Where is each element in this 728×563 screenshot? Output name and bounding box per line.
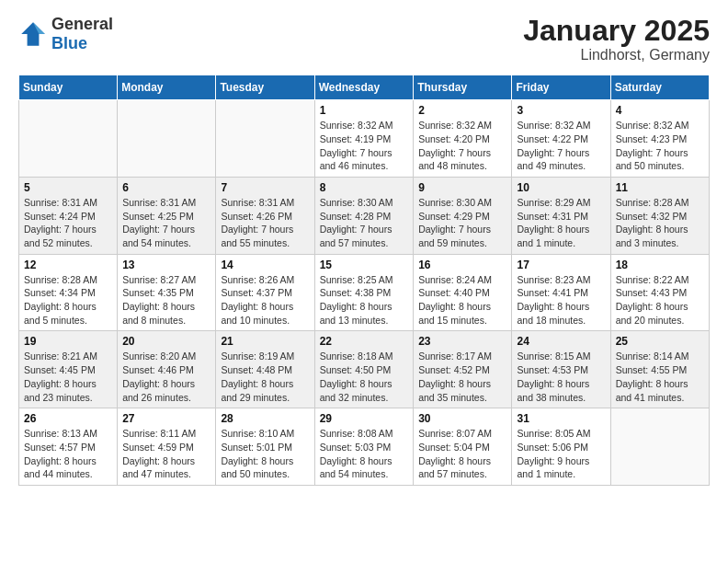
day-info: Sunrise: 8:26 AM Sunset: 4:37 PM Dayligh… <box>221 273 309 327</box>
day-number: 14 <box>221 259 309 271</box>
day-number: 29 <box>320 412 409 425</box>
logo: General Blue <box>18 15 113 53</box>
day-info: Sunrise: 8:18 AM Sunset: 4:50 PM Dayligh… <box>320 350 409 404</box>
day-number: 30 <box>418 412 506 425</box>
day-info: Sunrise: 8:11 AM Sunset: 4:59 PM Dayligh… <box>122 427 210 481</box>
day-cell: 11Sunrise: 8:28 AM Sunset: 4:32 PM Dayli… <box>610 177 709 254</box>
day-number: 27 <box>122 412 210 425</box>
header-friday: Friday <box>512 75 610 100</box>
day-cell: 12Sunrise: 8:28 AM Sunset: 4:34 PM Dayli… <box>19 254 118 331</box>
header-monday: Monday <box>118 75 216 100</box>
week-row-1: 5Sunrise: 8:31 AM Sunset: 4:24 PM Daylig… <box>19 177 710 254</box>
logo-text-general: General <box>51 15 113 33</box>
day-info: Sunrise: 8:31 AM Sunset: 4:25 PM Dayligh… <box>122 196 210 250</box>
day-cell: 7Sunrise: 8:31 AM Sunset: 4:26 PM Daylig… <box>216 177 314 254</box>
day-info: Sunrise: 8:31 AM Sunset: 4:26 PM Dayligh… <box>221 196 309 250</box>
day-cell: 1Sunrise: 8:32 AM Sunset: 4:19 PM Daylig… <box>314 100 414 178</box>
day-cell: 18Sunrise: 8:22 AM Sunset: 4:43 PM Dayli… <box>610 254 709 331</box>
day-cell: 14Sunrise: 8:26 AM Sunset: 4:37 PM Dayli… <box>216 254 314 331</box>
week-row-2: 12Sunrise: 8:28 AM Sunset: 4:34 PM Dayli… <box>19 254 710 331</box>
day-number: 2 <box>418 104 506 117</box>
day-number: 26 <box>24 412 112 425</box>
day-info: Sunrise: 8:15 AM Sunset: 4:53 PM Dayligh… <box>517 350 605 404</box>
day-cell: 8Sunrise: 8:30 AM Sunset: 4:28 PM Daylig… <box>314 177 414 254</box>
day-info: Sunrise: 8:30 AM Sunset: 4:29 PM Dayligh… <box>418 196 506 250</box>
day-number: 5 <box>24 181 112 194</box>
day-cell: 17Sunrise: 8:23 AM Sunset: 4:41 PM Dayli… <box>512 254 610 331</box>
day-number: 9 <box>418 181 506 194</box>
day-cell: 24Sunrise: 8:15 AM Sunset: 4:53 PM Dayli… <box>512 331 610 408</box>
title-block: January 2025 Lindhorst, Germany <box>523 15 710 63</box>
day-number: 21 <box>221 335 309 348</box>
day-cell: 20Sunrise: 8:20 AM Sunset: 4:46 PM Dayli… <box>118 331 216 408</box>
calendar: SundayMondayTuesdayWednesdayThursdayFrid… <box>18 75 710 486</box>
day-number: 31 <box>517 412 605 425</box>
day-cell: 5Sunrise: 8:31 AM Sunset: 4:24 PM Daylig… <box>19 177 118 254</box>
day-cell: 9Sunrise: 8:30 AM Sunset: 4:29 PM Daylig… <box>414 177 512 254</box>
day-number: 18 <box>616 259 704 271</box>
day-info: Sunrise: 8:05 AM Sunset: 5:06 PM Dayligh… <box>517 427 605 481</box>
day-info: Sunrise: 8:31 AM Sunset: 4:24 PM Dayligh… <box>24 196 112 250</box>
day-number: 8 <box>320 181 409 194</box>
day-info: Sunrise: 8:14 AM Sunset: 4:55 PM Dayligh… <box>616 350 704 404</box>
day-cell: 6Sunrise: 8:31 AM Sunset: 4:25 PM Daylig… <box>118 177 216 254</box>
day-info: Sunrise: 8:21 AM Sunset: 4:45 PM Dayligh… <box>24 350 112 404</box>
day-number: 28 <box>221 412 309 425</box>
day-cell: 29Sunrise: 8:08 AM Sunset: 5:03 PM Dayli… <box>314 408 414 486</box>
day-cell: 25Sunrise: 8:14 AM Sunset: 4:55 PM Dayli… <box>610 331 709 408</box>
day-info: Sunrise: 8:07 AM Sunset: 5:04 PM Dayligh… <box>418 427 506 481</box>
calendar-body: 1Sunrise: 8:32 AM Sunset: 4:19 PM Daylig… <box>19 100 710 486</box>
day-cell <box>610 408 709 486</box>
day-cell: 19Sunrise: 8:21 AM Sunset: 4:45 PM Dayli… <box>19 331 118 408</box>
day-cell <box>216 100 314 178</box>
day-number: 4 <box>616 104 704 117</box>
calendar-header-row: SundayMondayTuesdayWednesdayThursdayFrid… <box>19 75 710 100</box>
day-cell: 10Sunrise: 8:29 AM Sunset: 4:31 PM Dayli… <box>512 177 610 254</box>
day-number: 23 <box>418 335 506 348</box>
day-cell <box>19 100 118 178</box>
day-cell: 21Sunrise: 8:19 AM Sunset: 4:48 PM Dayli… <box>216 331 314 408</box>
header-saturday: Saturday <box>610 75 709 100</box>
day-number: 3 <box>517 104 605 117</box>
day-info: Sunrise: 8:32 AM Sunset: 4:19 PM Dayligh… <box>320 119 409 173</box>
day-info: Sunrise: 8:28 AM Sunset: 4:32 PM Dayligh… <box>616 196 704 250</box>
page-header: General Blue January 2025 Lindhorst, Ger… <box>18 15 710 63</box>
day-cell: 31Sunrise: 8:05 AM Sunset: 5:06 PM Dayli… <box>512 408 610 486</box>
day-info: Sunrise: 8:29 AM Sunset: 4:31 PM Dayligh… <box>517 196 605 250</box>
day-info: Sunrise: 8:13 AM Sunset: 4:57 PM Dayligh… <box>24 427 112 481</box>
day-number: 12 <box>24 259 112 271</box>
day-info: Sunrise: 8:23 AM Sunset: 4:41 PM Dayligh… <box>517 273 605 327</box>
day-cell: 16Sunrise: 8:24 AM Sunset: 4:40 PM Dayli… <box>414 254 512 331</box>
day-number: 15 <box>320 259 409 271</box>
day-cell: 4Sunrise: 8:32 AM Sunset: 4:23 PM Daylig… <box>610 100 709 178</box>
day-cell: 15Sunrise: 8:25 AM Sunset: 4:38 PM Dayli… <box>314 254 414 331</box>
day-info: Sunrise: 8:32 AM Sunset: 4:23 PM Dayligh… <box>616 119 704 173</box>
day-number: 22 <box>320 335 409 348</box>
day-cell: 2Sunrise: 8:32 AM Sunset: 4:20 PM Daylig… <box>414 100 512 178</box>
day-cell: 3Sunrise: 8:32 AM Sunset: 4:22 PM Daylig… <box>512 100 610 178</box>
week-row-0: 1Sunrise: 8:32 AM Sunset: 4:19 PM Daylig… <box>19 100 710 178</box>
day-cell: 23Sunrise: 8:17 AM Sunset: 4:52 PM Dayli… <box>414 331 512 408</box>
day-info: Sunrise: 8:32 AM Sunset: 4:22 PM Dayligh… <box>517 119 605 173</box>
week-row-3: 19Sunrise: 8:21 AM Sunset: 4:45 PM Dayli… <box>19 331 710 408</box>
day-info: Sunrise: 8:24 AM Sunset: 4:40 PM Dayligh… <box>418 273 506 327</box>
day-info: Sunrise: 8:30 AM Sunset: 4:28 PM Dayligh… <box>320 196 409 250</box>
day-number: 24 <box>517 335 605 348</box>
day-cell: 26Sunrise: 8:13 AM Sunset: 4:57 PM Dayli… <box>19 408 118 486</box>
header-thursday: Thursday <box>414 75 512 100</box>
day-info: Sunrise: 8:32 AM Sunset: 4:20 PM Dayligh… <box>418 119 506 173</box>
logo-icon <box>18 19 48 49</box>
header-sunday: Sunday <box>19 75 118 100</box>
day-number: 16 <box>418 259 506 271</box>
day-number: 7 <box>221 181 309 194</box>
day-cell: 28Sunrise: 8:10 AM Sunset: 5:01 PM Dayli… <box>216 408 314 486</box>
day-info: Sunrise: 8:28 AM Sunset: 4:34 PM Dayligh… <box>24 273 112 327</box>
day-cell: 13Sunrise: 8:27 AM Sunset: 4:35 PM Dayli… <box>118 254 216 331</box>
day-number: 10 <box>517 181 605 194</box>
day-info: Sunrise: 8:19 AM Sunset: 4:48 PM Dayligh… <box>221 350 309 404</box>
day-number: 6 <box>122 181 210 194</box>
day-cell: 27Sunrise: 8:11 AM Sunset: 4:59 PM Dayli… <box>118 408 216 486</box>
day-info: Sunrise: 8:17 AM Sunset: 4:52 PM Dayligh… <box>418 350 506 404</box>
day-number: 13 <box>122 259 210 271</box>
day-info: Sunrise: 8:22 AM Sunset: 4:43 PM Dayligh… <box>616 273 704 327</box>
